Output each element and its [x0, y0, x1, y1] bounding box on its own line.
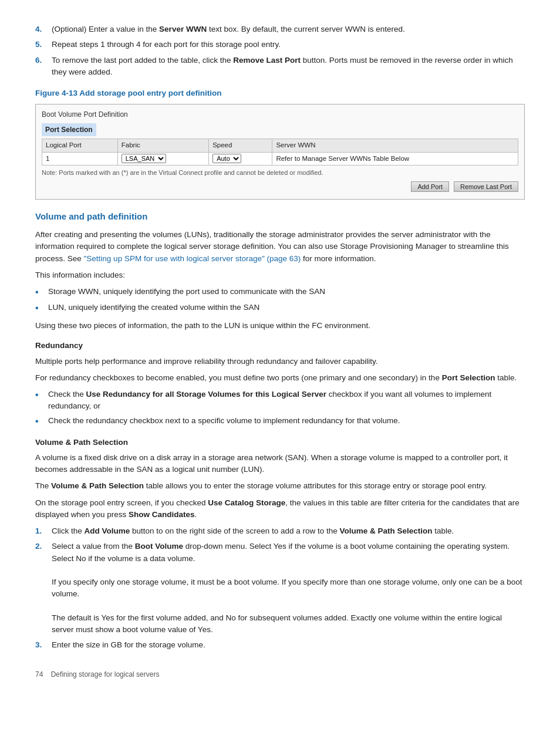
- redundancy-para2: For redundancy checkboxes to become enab…: [35, 372, 525, 384]
- redundancy-para1: Multiple ports help performance and impr…: [35, 356, 525, 367]
- vol-step-1-num: 1.: [35, 525, 52, 537]
- figure-note: Note: Ports marked with an (*) are in th…: [42, 168, 518, 178]
- bullet-storage-wwn: • Storage WWN, uniquely identifying the …: [35, 286, 525, 299]
- remove-last-port-button[interactable]: Remove Last Port: [454, 181, 518, 192]
- cell-logical-port: 1: [42, 152, 118, 165]
- redundancy-bullet-2: • Check the redundancy checkbox next to …: [35, 415, 525, 428]
- redundancy-bullets: • Check the Use Redundancy for all Stora…: [35, 389, 525, 428]
- add-port-button[interactable]: Add Port: [411, 181, 449, 192]
- cell-speed[interactable]: Auto: [209, 152, 272, 165]
- bullet-icon-3: •: [35, 388, 48, 402]
- speed-select[interactable]: Auto: [212, 154, 241, 163]
- col-header-speed: Speed: [209, 139, 272, 152]
- figure-box-label: Boot Volume Port Definition: [42, 109, 518, 120]
- col-header-logical-port: Logical Port: [42, 139, 118, 152]
- bullet-lun: • LUN, uniquely identifying the created …: [35, 302, 525, 315]
- bullet-icon-1: •: [35, 285, 48, 299]
- vol-path-para3: On the storage pool entry screen, if you…: [35, 497, 525, 521]
- section-title: Volume and path definition: [35, 210, 525, 224]
- footer: 74 Defining storage for logical servers: [35, 669, 525, 680]
- vol-step-2-num: 2.: [35, 541, 52, 552]
- spm-link[interactable]: "Setting up SPM for use with logical ser…: [84, 254, 301, 263]
- vol-path-steps: 1. Click the Add Volume button to on the…: [35, 525, 525, 652]
- fabric-select[interactable]: LSA_SAN: [122, 154, 166, 163]
- vol-path-para2: The Volume & Path Selection table allows…: [35, 480, 525, 492]
- vol-step-3-num: 3.: [35, 639, 52, 651]
- using-text: Using these two pieces of information, t…: [35, 320, 525, 332]
- redundancy-bullet-text-2: Check the redundancy checkbox next to a …: [48, 415, 400, 427]
- cell-server-wwn: Refer to Manage Server WWNs Table Below: [272, 152, 518, 165]
- bullet-text-2: LUN, uniquely identifying the created vo…: [48, 302, 259, 313]
- step-5-num: 5.: [35, 39, 52, 50]
- footer-page-num: 74: [35, 670, 43, 679]
- figure-btn-row: Add Port Remove Last Port: [42, 181, 518, 193]
- redundancy-bullet-text-1: Check the Use Redundancy for all Storage…: [48, 389, 525, 413]
- step-4-num: 4.: [35, 23, 52, 35]
- footer-text: Defining storage for logical servers: [51, 670, 160, 679]
- step-5: 5. Repeat steps 1 through 4 for each por…: [35, 39, 525, 50]
- step-4: 4. (Optional) Enter a value in the Serve…: [35, 23, 525, 35]
- this-info-text: This information includes:: [35, 269, 525, 281]
- redundancy-bullet-1: • Check the Use Redundancy for all Stora…: [35, 389, 525, 413]
- vol-step-2-sub1: If you specify only one storage volume, …: [52, 578, 522, 598]
- cell-fabric[interactable]: LSA_SAN: [117, 152, 208, 165]
- step-5-content: Repeat steps 1 through 4 for each port f…: [52, 39, 525, 50]
- figure-box: Boot Volume Port Definition Port Selecti…: [35, 104, 525, 199]
- bullet-icon-2: •: [35, 301, 48, 315]
- step-6: 6. To remove the last port added to the …: [35, 55, 525, 79]
- vol-step-3-content: Enter the size in GB for the storage vol…: [52, 639, 525, 651]
- table-row: 1 LSA_SAN Auto Refer to Manage Server WW…: [42, 152, 518, 165]
- section-intro: After creating and presenting the volume…: [35, 229, 525, 265]
- vol-step-2: 2. Select a value from the Boot Volume d…: [35, 541, 525, 636]
- port-selection-label: Port Selection: [42, 123, 96, 136]
- vol-path-heading: Volume & Path Selection: [35, 437, 525, 448]
- info-bullets: • Storage WWN, uniquely identifying the …: [35, 286, 525, 315]
- col-header-fabric: Fabric: [117, 139, 208, 152]
- step-6-content: To remove the last port added to the tab…: [52, 55, 525, 79]
- step-6-num: 6.: [35, 55, 52, 66]
- vol-path-para1: A volume is a fixed disk drive on a disk…: [35, 452, 525, 476]
- vol-step-2-sub2: The default is Yes for the first volume …: [52, 613, 502, 634]
- figure-title: Figure 4-13 Add storage pool entry port …: [35, 87, 525, 99]
- redundancy-heading: Redundancy: [35, 340, 525, 352]
- vol-step-1: 1. Click the Add Volume button to on the…: [35, 525, 525, 537]
- vol-step-3: 3. Enter the size in GB for the storage …: [35, 639, 525, 651]
- col-header-server-wwn: Server WWN: [272, 139, 518, 152]
- bullet-icon-4: •: [35, 414, 48, 428]
- port-table: Logical Port Fabric Speed Server WWN 1 L…: [42, 139, 518, 166]
- bullet-text-1: Storage WWN, uniquely identifying the po…: [48, 286, 325, 298]
- vol-step-2-content: Select a value from the Boot Volume drop…: [52, 541, 525, 636]
- step-4-content: (Optional) Enter a value in the Server W…: [52, 23, 525, 35]
- top-steps-list: 4. (Optional) Enter a value in the Serve…: [35, 23, 525, 78]
- vol-step-1-content: Click the Add Volume button to on the ri…: [52, 525, 525, 537]
